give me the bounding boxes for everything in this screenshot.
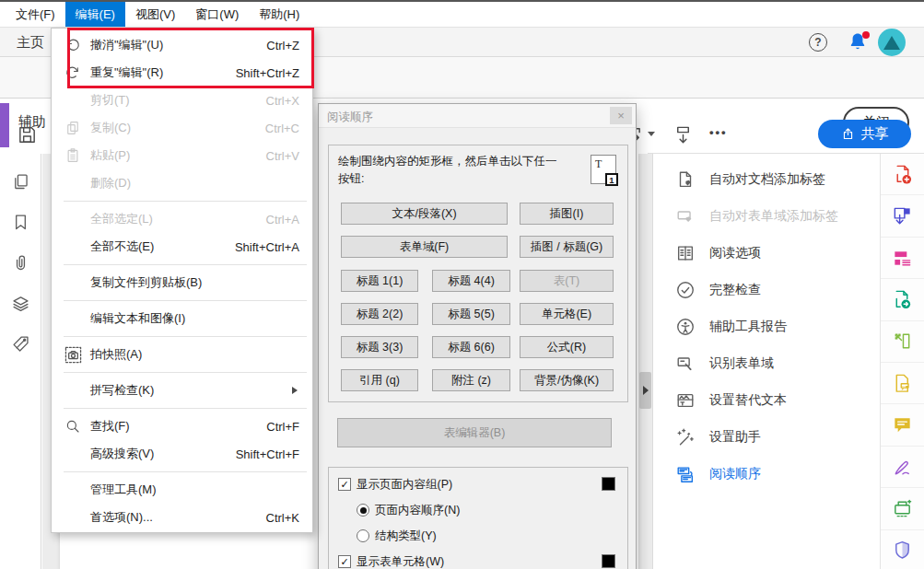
menu-window[interactable]: 窗口(W) — [185, 2, 249, 27]
menu-item-deselect-all[interactable]: 全部不选(E) Shift+Ctrl+A — [52, 233, 312, 261]
menu-separator — [64, 336, 307, 337]
tag-heading4-button[interactable]: 标题 4(4) — [432, 270, 510, 292]
option-label: 显示页面内容组(P) — [357, 477, 452, 493]
edit-pdf-icon — [892, 331, 913, 352]
show-page-content-groups-option[interactable]: ✓ 显示页面内容组(P) — [338, 477, 452, 492]
create-pdf-tool[interactable] — [881, 154, 924, 195]
attachments-button[interactable] — [0, 242, 41, 283]
share-icon — [841, 127, 855, 141]
menu-file[interactable]: 文件(F) — [6, 2, 65, 27]
protect-icon — [892, 540, 913, 561]
panel-item-full-check[interactable]: 完整检查 — [653, 272, 880, 308]
panel-item-label: 自动对文档添加标签 — [709, 171, 825, 188]
tag-background-button[interactable]: 背景/伪像(K) — [520, 369, 614, 391]
menu-edit[interactable]: 编辑(E) — [65, 2, 125, 27]
tag-table-button[interactable]: 表(T) — [520, 270, 614, 292]
dialog-title-bar[interactable]: 阅读顺序 × — [319, 104, 636, 128]
user-avatar[interactable] — [878, 29, 906, 56]
save-button[interactable] — [14, 122, 40, 147]
share-button[interactable]: 共享 — [818, 120, 911, 148]
menu-item-select-all[interactable]: 全部选定(L) Ctrl+A — [52, 205, 312, 233]
panel-item-autotag-form-fields[interactable]: 自动对表单域添加标签 — [653, 198, 880, 235]
menu-item-delete[interactable]: 删除(D) — [52, 169, 312, 197]
menu-item-edit-text-images[interactable]: 编辑文本和图像(I) — [52, 305, 312, 332]
checkbox-checked-icon[interactable]: ✓ — [338, 555, 351, 568]
menu-help[interactable]: 帮助(H) — [249, 2, 310, 27]
menu-item-undo[interactable]: 撤消"编辑"(U) Ctrl+Z — [52, 31, 312, 59]
panel-item-set-alternate-text[interactable]: 设置替代文本 — [653, 382, 880, 419]
menu-item-preferences[interactable]: 首选项(N)... Ctrl+K — [52, 504, 312, 531]
tag-heading3-button[interactable]: 标题 3(3) — [341, 336, 418, 358]
layers-button[interactable] — [0, 283, 41, 323]
edit-pdf-tool[interactable] — [881, 321, 924, 363]
content-group-color-swatch[interactable] — [602, 477, 615, 491]
tag-icon — [11, 334, 30, 354]
tag-figure-button[interactable]: 插图(I) — [520, 203, 614, 225]
tag-form-field-button[interactable]: 表单域(F) — [341, 236, 508, 258]
tags-button[interactable] — [0, 323, 41, 364]
bookmarks-button[interactable] — [0, 202, 41, 242]
page-comment-tool[interactable] — [881, 363, 924, 404]
tag-heading5-button[interactable]: 标题 5(5) — [432, 303, 510, 325]
menu-item-copy-file-to-clipboard[interactable]: 复制文件到剪贴板(B) — [52, 269, 312, 296]
menu-item-label: 复制(C) — [90, 120, 265, 136]
help-icon[interactable]: ? — [809, 33, 827, 52]
menu-view[interactable]: 视图(V) — [125, 2, 185, 27]
panel-item-identify-form-fields[interactable]: 识别表单域 — [653, 345, 880, 382]
panel-item-reading-options[interactable]: 阅读选项 — [653, 235, 880, 272]
tag-cell-button[interactable]: 单元格(E) — [520, 303, 614, 325]
tag-heading2-button[interactable]: 标题 2(2) — [341, 303, 418, 325]
tag-heading1-button[interactable]: 标题 1(1) — [341, 270, 418, 292]
fit-dropdown-caret-icon[interactable] — [648, 132, 655, 136]
table-editor-button[interactable]: 表编辑器(B) — [337, 418, 612, 447]
menu-item-manage-tools[interactable]: 管理工具(M) — [52, 476, 312, 504]
structure-types-option[interactable]: 结构类型(Y) — [357, 528, 437, 543]
page-content-order-option[interactable]: 页面内容顺序(N) — [357, 503, 460, 517]
send-pdf-tool[interactable] — [881, 279, 924, 320]
menu-item-paste[interactable]: 粘贴(P) Ctrl+V — [52, 142, 312, 169]
menu-item-label: 删除(D) — [90, 175, 299, 192]
tag-text-paragraph-button[interactable]: 文本/段落(X) — [341, 203, 508, 225]
panel-item-reading-order[interactable]: 阅读顺序 — [653, 456, 880, 493]
menu-separator — [64, 408, 307, 409]
menu-separator — [64, 201, 307, 202]
menu-item-cut[interactable]: 剪切(T) Ctrl+X — [52, 87, 312, 114]
fill-sign-tool[interactable] — [881, 447, 924, 488]
table-cells-color-swatch[interactable] — [602, 554, 615, 568]
menu-item-redo[interactable]: 重复"编辑"(R) Shift+Ctrl+Z — [52, 59, 312, 87]
more-tools-button[interactable]: ••• — [709, 125, 728, 139]
radio-unselected-icon[interactable] — [357, 529, 369, 542]
menu-item-find[interactable]: 查找(F) Ctrl+F — [52, 412, 312, 440]
comment-tool[interactable] — [881, 404, 924, 446]
tag-figure-caption-button[interactable]: 插图 / 标题(G) — [520, 236, 614, 258]
panel-item-autotag-document[interactable]: 自动对文档添加标签 — [653, 161, 880, 198]
tag-formula-button[interactable]: 公式(R) — [520, 336, 614, 358]
menu-item-check-spelling[interactable]: 拼写检查(K) — [52, 377, 312, 404]
save-icon — [17, 124, 38, 145]
notifications-bell-icon[interactable] — [848, 31, 870, 53]
panel-item-setup-assistant[interactable]: 设置助手 — [653, 419, 880, 456]
protect-tool[interactable] — [881, 530, 924, 569]
autotag-form-fields-icon — [673, 205, 697, 227]
menu-item-copy[interactable]: 复制(C) Ctrl+C — [52, 114, 312, 142]
tag-note-button[interactable]: 附注 (z) — [432, 369, 510, 391]
tag-heading6-button[interactable]: 标题 6(6) — [432, 336, 510, 358]
radio-selected-icon[interactable] — [357, 504, 369, 517]
structure-type-preview-icon: T 1 — [591, 155, 616, 184]
dialog-close-icon[interactable]: × — [610, 107, 632, 124]
organize-pages-tool[interactable] — [881, 238, 924, 279]
menu-item-advanced-search[interactable]: 高级搜索(V) Shift+Ctrl+F — [52, 440, 312, 468]
tag-reference-button[interactable]: 引用 (q) — [341, 369, 418, 391]
page-thumbnails-button[interactable] — [0, 161, 41, 202]
menu-item-take-snapshot[interactable]: 拍快照(A) — [52, 341, 312, 368]
scan-ocr-tool[interactable] — [881, 488, 924, 529]
show-table-cells-option[interactable]: ✓ 显示表单元格(W) — [338, 554, 444, 569]
checkbox-checked-icon[interactable]: ✓ — [338, 478, 351, 491]
export-pdf-tool[interactable] — [881, 195, 924, 237]
scrolling-mode-button[interactable] — [670, 122, 696, 147]
panel-item-accessibility-report[interactable]: 辅助工具报告 — [653, 308, 880, 345]
option-label: 显示表单元格(W) — [357, 554, 444, 569]
tab-home[interactable]: 主页 — [9, 28, 52, 57]
page-thumbnails-icon — [11, 172, 30, 192]
panel-collapse-handle[interactable] — [639, 372, 651, 409]
